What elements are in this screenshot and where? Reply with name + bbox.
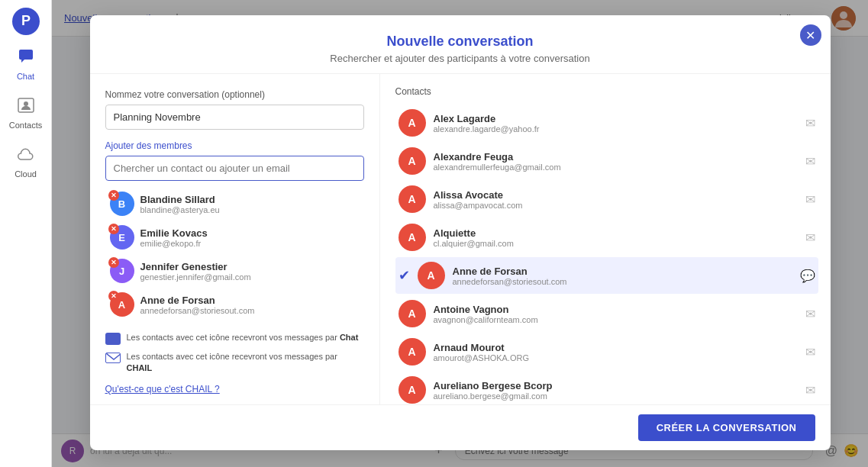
left-panel: Nommez votre conversation (optionnel) Aj…	[90, 74, 380, 404]
contact-info: Alquiette cl.alquier@gmail.com	[434, 227, 798, 248]
conv-name-input[interactable]	[105, 105, 364, 130]
contact-avatar: A	[399, 338, 426, 366]
member-remove-button[interactable]: ✕	[108, 190, 119, 201]
list-item: ✕ J Jennifer Genestier genestier.jennife…	[105, 256, 364, 286]
legend-chat-icon	[105, 333, 121, 345]
list-item[interactable]: ✔ A Anne de Forsan annedeforsan@storieso…	[395, 257, 818, 294]
contact-info: Alex Lagarde alexandre.lagarde@yahoo.fr	[434, 113, 798, 134]
sidebar-item-cloud[interactable]: Cloud	[0, 137, 51, 186]
conv-name-label: Nommez votre conversation (optionnel)	[105, 89, 364, 100]
contact-info: Alissa Avocate alissa@ampavocat.com	[434, 189, 798, 210]
list-item[interactable]: A Alexandre Feuga alexandremullerfeuga@g…	[395, 143, 818, 179]
create-conversation-button[interactable]: CRÉER LA CONVERSATION	[638, 414, 815, 441]
member-info: Emilie Kovacs emilie@ekopo.fr	[140, 227, 360, 248]
list-item[interactable]: A Arnaud Mourot amourot@ASHOKA.ORG ✉	[395, 333, 818, 370]
member-name: Anne de Forsan	[140, 295, 360, 306]
sidebar-item-contacts-label: Contacts	[9, 121, 42, 130]
search-members-input[interactable]	[105, 156, 364, 181]
sidebar-item-chat[interactable]: Chat	[0, 40, 51, 89]
svg-rect-2	[19, 50, 33, 60]
list-item[interactable]: A Alquiette cl.alquier@gmail.com ✉	[395, 219, 818, 256]
contact-mail-icon[interactable]: ✉	[805, 345, 815, 359]
chat-icon	[17, 47, 35, 70]
contact-avatar: A	[418, 262, 445, 289]
contact-info: Arnaud Mourot amourot@ASHOKA.ORG	[434, 342, 798, 362]
contact-avatar: A	[399, 376, 426, 404]
member-remove-button[interactable]: ✕	[108, 257, 119, 268]
cloud-icon	[17, 145, 35, 168]
contact-mail-icon[interactable]: ✉	[805, 154, 815, 169]
member-remove-button[interactable]: ✕	[108, 291, 119, 301]
contact-name: Anne de Forsan	[453, 266, 792, 277]
contacts-icon	[17, 96, 35, 119]
list-item[interactable]: A Alissa Avocate alissa@ampavocat.com ✉	[395, 181, 818, 217]
member-name: Emilie Kovacs	[140, 227, 360, 239]
list-item[interactable]: A Alex Lagarde alexandre.lagarde@yahoo.f…	[395, 105, 818, 141]
contact-email: alissa@ampavocat.com	[434, 201, 798, 210]
member-email: emilie@ekopo.fr	[140, 239, 360, 248]
contact-avatar: A	[399, 147, 426, 175]
contact-email: alexandre.lagarde@yahoo.fr	[434, 124, 798, 134]
new-conversation-modal: Nouvelle conversation Rechercher et ajou…	[90, 15, 831, 450]
sidebar-item-cloud-label: Cloud	[15, 169, 37, 179]
contact-avatar: A	[399, 224, 426, 251]
list-item: ✕ A Anne de Forsan annedeforsan@storieso…	[105, 289, 364, 320]
contact-mail-icon[interactable]: ✉	[805, 116, 815, 130]
contact-mail-icon[interactable]: ✉	[805, 192, 815, 207]
contact-avatar: A	[399, 109, 426, 137]
contact-mail-icon[interactable]: ✉	[805, 230, 815, 245]
right-panel: Contacts A Alex Lagarde alexandre.lagard…	[380, 74, 831, 404]
modal-header: Nouvelle conversation Rechercher et ajou…	[90, 15, 831, 74]
svg-point-5	[24, 101, 28, 106]
contact-email: aureliano.bergese@gmail.com	[434, 391, 798, 401]
contact-name: Antoine Vagnon	[434, 304, 798, 315]
legend-chat-text: Les contacts avec cet icône recevront vo…	[127, 332, 359, 343]
member-avatar: ✕ A	[110, 292, 134, 317]
member-avatar: ✕ J	[110, 259, 134, 283]
contact-name: Alissa Avocate	[434, 189, 798, 201]
member-remove-button[interactable]: ✕	[108, 224, 119, 234]
legend-item-mail: Les contacts avec cet icône recevront vo…	[105, 351, 364, 375]
contact-info: Aureliano Bergese Bcorp aureliano.berges…	[434, 380, 798, 401]
app-logo[interactable]: P	[11, 6, 41, 37]
svg-marker-3	[21, 60, 24, 63]
contact-email: alexandremullerfeuga@gmail.com	[434, 163, 798, 172]
modal-title: Nouvelle conversation	[108, 34, 812, 50]
legend-mail-text: Les contacts avec cet icône recevront vo…	[127, 351, 364, 375]
contact-name: Alexandre Feuga	[434, 151, 798, 163]
contact-avatar: A	[399, 300, 426, 327]
member-email: genestier.jennifer@gmail.com	[140, 272, 360, 282]
contact-name: Alex Lagarde	[434, 113, 798, 124]
contact-info: Antoine Vagnon avagnon@californteam.com	[434, 304, 798, 324]
add-members-label: Ajouter des membres	[105, 140, 364, 151]
contact-name: Arnaud Mourot	[434, 342, 798, 353]
modal-close-button[interactable]: ✕	[800, 24, 821, 46]
contact-name: Alquiette	[434, 227, 798, 239]
contact-email: cl.alquier@gmail.com	[434, 239, 798, 248]
list-item[interactable]: A Antoine Vagnon avagnon@californteam.co…	[395, 295, 818, 332]
list-item[interactable]: A Aureliano Bergese Bcorp aureliano.berg…	[395, 372, 818, 404]
svg-text:P: P	[21, 13, 30, 28]
contact-email: amourot@ASHOKA.ORG	[434, 353, 798, 362]
member-email: annedeforsan@storiesout.com	[140, 306, 360, 315]
member-avatar: ✕ E	[110, 225, 134, 250]
contact-email: avagnon@californteam.com	[434, 315, 798, 324]
member-avatar: ✕ B	[110, 192, 134, 216]
modal-footer: CRÉER LA CONVERSATION	[90, 404, 831, 450]
sidebar-item-contacts[interactable]: Contacts	[0, 89, 51, 137]
contact-name: Aureliano Bergese Bcorp	[434, 380, 798, 391]
chail-link[interactable]: Qu'est-ce que c'est CHAIL ?	[105, 384, 364, 395]
contact-mail-icon[interactable]: ✉	[805, 307, 815, 321]
legend-mail-icon	[105, 353, 121, 363]
member-name: Blandine Sillard	[140, 194, 360, 205]
contact-info: Alexandre Feuga alexandremullerfeuga@gma…	[434, 151, 798, 172]
contact-avatar: A	[399, 185, 426, 213]
modal-overlay: Nouvelle conversation Rechercher et ajou…	[52, 0, 868, 467]
contact-mail-icon[interactable]: ✉	[805, 383, 815, 398]
legend-section: Les contacts avec cet icône recevront vo…	[105, 332, 364, 375]
contact-chat-icon[interactable]: 💬	[800, 269, 815, 283]
legend-item-chat: Les contacts avec cet icône recevront vo…	[105, 332, 364, 345]
member-name: Jennifer Genestier	[140, 261, 360, 272]
sidebar-item-chat-label: Chat	[17, 72, 34, 81]
member-info: Blandine Sillard blandine@asterya.eu	[140, 194, 360, 214]
